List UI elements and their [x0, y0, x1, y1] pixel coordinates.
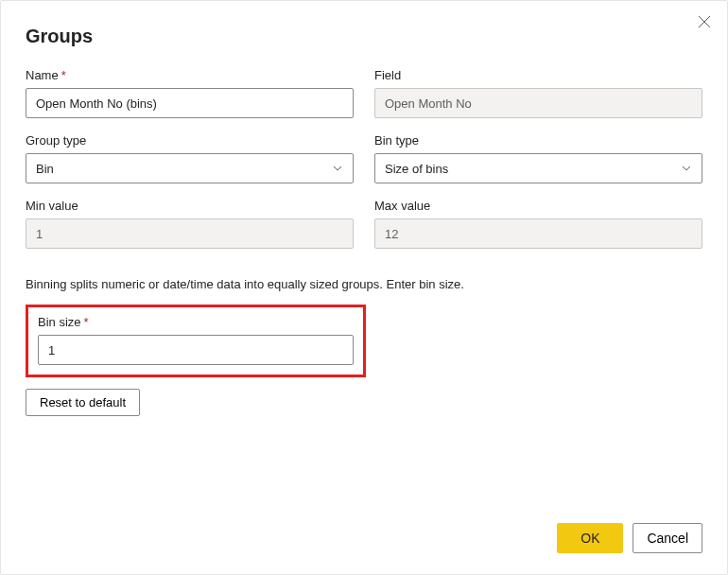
required-marker: *	[84, 315, 89, 329]
groups-dialog: Groups Name* Field Open Month No Group t…	[0, 0, 728, 575]
bin-size-label: Bin size*	[38, 315, 354, 329]
bin-type-select[interactable]: Size of bins	[374, 153, 702, 183]
name-field-group: Name*	[26, 68, 354, 118]
reset-button[interactable]: Reset to default	[26, 389, 140, 416]
group-type-group: Group type Bin	[26, 133, 354, 183]
ok-button[interactable]: OK	[557, 523, 623, 553]
max-value-label: Max value	[374, 199, 702, 213]
chevron-down-icon	[332, 163, 343, 174]
bin-size-input[interactable]	[38, 335, 354, 365]
min-value-label: Min value	[26, 199, 354, 213]
helper-text: Binning splits numeric or date/time data…	[26, 277, 702, 291]
field-field-group: Field Open Month No	[374, 68, 702, 118]
max-value-group: Max value 12	[374, 199, 702, 249]
max-value: 12	[374, 218, 702, 249]
bin-size-highlight: Bin size*	[26, 305, 366, 377]
bin-size-label-text: Bin size	[38, 315, 81, 329]
bin-type-label: Bin type	[374, 133, 702, 148]
dialog-title: Groups	[26, 26, 702, 47]
name-input[interactable]	[26, 88, 354, 118]
group-type-label: Group type	[26, 133, 354, 148]
dialog-footer: OK Cancel	[557, 523, 702, 553]
field-label: Field	[374, 68, 702, 82]
min-value: 1	[26, 218, 354, 249]
group-type-value: Bin	[36, 162, 54, 176]
chevron-down-icon	[681, 163, 692, 174]
field-value: Open Month No	[374, 88, 702, 118]
cancel-button[interactable]: Cancel	[633, 523, 702, 553]
min-value-group: Min value 1	[26, 199, 354, 249]
close-icon[interactable]	[697, 14, 712, 29]
bin-type-group: Bin type Size of bins	[374, 133, 702, 183]
name-label-text: Name	[26, 68, 59, 82]
group-type-select[interactable]: Bin	[26, 153, 354, 183]
required-marker: *	[61, 68, 66, 82]
name-label: Name*	[26, 68, 354, 82]
bin-type-value: Size of bins	[385, 162, 448, 176]
